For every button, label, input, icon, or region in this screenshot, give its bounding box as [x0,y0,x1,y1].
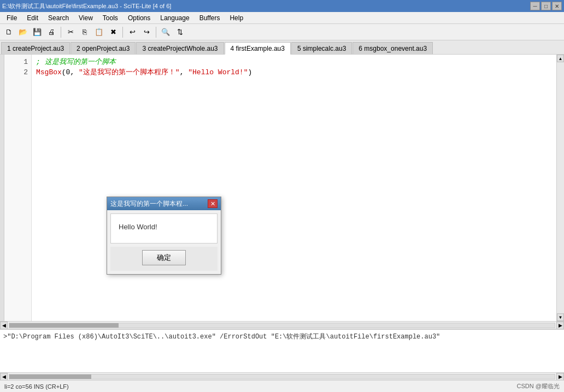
left-panel-handle[interactable] [0,55,4,321]
editor-wrapper: 1 2 ; 这是我写的第一个脚本 MsgBox(0, "这是我写的第一个脚本程序… [0,55,564,380]
dialog-close-button[interactable]: ✕ [208,199,218,208]
status-bar: li=2 co=56 INS (CR+LF) CSDN @耀临光 [0,380,564,392]
toolbar-sep1 [61,27,61,38]
tab-3[interactable]: 3 createProjectWhole.au3 [136,42,224,54]
dialog-body: Hello World! [110,213,218,243]
title-bar-text: E:\软件测试工具\autoitFile\firstExample.au3 - … [2,2,171,10]
toolbar-undo[interactable]: ↩ [126,26,139,39]
v-scroll-down[interactable]: ▼ [557,313,564,321]
line-num-1: 1 [4,57,28,67]
close-button[interactable]: ✕ [552,2,562,10]
output-area: >"D:\Program Files (x86)\AutoIt3\SciTE\.… [0,329,564,372]
vertical-scrollbar[interactable]: ▲ ▼ [556,55,564,321]
title-bar: E:\软件测试工具\autoitFile\firstExample.au3 - … [0,0,564,12]
status-left: li=2 co=56 INS (CR+LF) [4,383,69,390]
output-text: >"D:\Program Files (x86)\AutoIt3\SciTE\.… [3,332,561,341]
line-num-2: 2 [4,67,28,78]
menu-search[interactable]: Search [44,13,73,23]
code-editor[interactable]: ; 这是我写的第一个脚本 MsgBox(0, "这是我写的第一个脚本程序！", … [32,55,556,321]
menu-language[interactable]: Language [156,13,193,23]
editor-content: 1 2 ; 这是我写的第一个脚本 MsgBox(0, "这是我写的第一个脚本程序… [0,55,564,321]
main-window: E:\软件测试工具\autoitFile\firstExample.au3 - … [0,0,564,392]
v-scroll-track[interactable] [557,62,564,313]
toolbar-print[interactable]: 🖨 [45,26,58,39]
menu-file[interactable]: File [2,13,21,23]
toolbar-open[interactable]: 📂 [16,26,30,39]
h-scroll-editor[interactable]: ◀ ▶ [0,321,564,329]
maximize-button[interactable]: □ [541,2,551,10]
toolbar-sep2 [122,27,123,38]
toolbar-save[interactable]: 💾 [31,26,44,39]
line-numbers: 1 2 [4,55,32,321]
minimize-button[interactable]: ─ [530,2,540,10]
dialog-titlebar[interactable]: 这是我写的第一个脚本程... ✕ [107,197,221,210]
toolbar-find[interactable]: 🔍 [159,26,172,39]
dialog-message: Hello World! [119,223,209,231]
toolbar-copy[interactable]: ⎘ [78,26,91,39]
h-scroll-track[interactable] [9,323,555,328]
h-scroll-thumb [9,323,119,328]
toolbar-new[interactable]: 🗋 [2,26,15,39]
h-scroll-right[interactable]: ▶ [556,322,564,329]
menu-buffers[interactable]: Buffers [195,13,225,23]
h-scroll-out-track[interactable] [9,374,555,379]
toolbar-paste[interactable]: 📋 [92,26,105,39]
toolbar-replace[interactable]: ⇅ [173,26,186,39]
h-scroll-out-right[interactable]: ▶ [556,373,564,381]
v-scroll-up[interactable]: ▲ [557,55,564,62]
toolbar: 🗋 📂 💾 🖨 ✂ ⎘ 📋 ✖ ↩ ↪ 🔍 ⇅ [0,24,564,40]
code-line-1: ; 这是我写的第一个脚本 [36,57,552,67]
dialog: 这是我写的第一个脚本程... ✕ Hello World! 确定 [107,197,221,275]
tab-1[interactable]: 1 createProject.au3 [1,42,70,54]
dialog-ok-button[interactable]: 确定 [142,250,186,265]
menu-view[interactable]: View [74,13,97,23]
toolbar-redo[interactable]: ↪ [140,26,153,39]
toolbar-cut[interactable]: ✂ [64,26,77,39]
menu-bar: File Edit Search View Tools Options Lang… [0,12,564,24]
title-bar-controls: ─ □ ✕ [530,2,562,10]
toolbar-sep3 [156,27,156,38]
tabs-bar: 1 createProject.au3 2 openProject.au3 3 … [0,40,564,55]
h-scroll-out-left[interactable]: ◀ [0,373,8,381]
dialog-footer: 确定 [110,247,218,271]
tab-5[interactable]: 5 simplecalc.au3 [291,42,352,54]
h-scroll-out-thumb [9,375,91,379]
menu-options[interactable]: Options [124,13,155,23]
status-right: CSDN @耀临光 [517,382,560,390]
h-scroll-left[interactable]: ◀ [0,322,8,329]
tab-2[interactable]: 2 openProject.au3 [70,42,136,54]
tab-4[interactable]: 4 firstExample.au3 [225,42,291,55]
tab-6[interactable]: 6 msgbox_onevent.au3 [352,42,433,54]
dialog-title: 这是我写的第一个脚本程... [110,199,188,209]
code-line-2: MsgBox(0, "这是我写的第一个脚本程序！", "Hello World!… [36,67,552,78]
h-scroll-output[interactable]: ◀ ▶ [0,372,564,380]
menu-tools[interactable]: Tools [98,13,122,23]
toolbar-delete[interactable]: ✖ [107,26,120,39]
menu-edit[interactable]: Edit [22,13,43,23]
menu-help[interactable]: Help [225,13,248,23]
